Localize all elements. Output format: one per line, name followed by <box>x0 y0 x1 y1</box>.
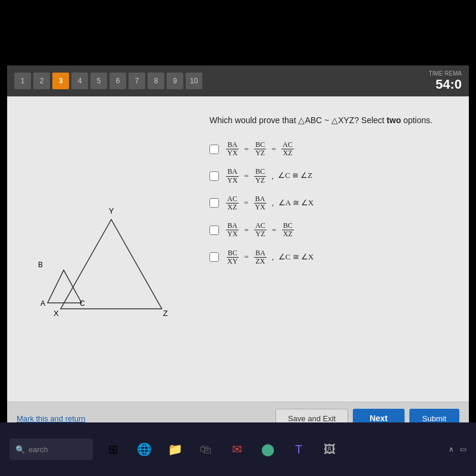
time-remaining: TIME REMA 54:0 <box>428 70 462 92</box>
checkbox-1[interactable] <box>209 145 219 154</box>
svg-text:Z: Z <box>163 309 168 318</box>
taskbar: 🔍 earch ⊞ 🌐 📁 🛍 ✉ ⬤ T 🖼 ∧ ▭ <box>0 422 476 476</box>
taskbar-right: ∧ ▭ <box>449 445 466 453</box>
triangle-diagram: Y X Z A C B <box>25 172 192 327</box>
checkbox-5[interactable] <box>209 252 219 262</box>
svg-marker-0 <box>61 220 162 309</box>
question-tabs: 1 2 3 4 5 6 7 8 9 10 <box>14 73 202 89</box>
search-icon: 🔍 <box>15 445 25 454</box>
content-area: Y X Z A C B Which would prove that △ABC … <box>7 96 469 402</box>
tab-9[interactable]: 9 <box>167 73 183 89</box>
svg-text:A: A <box>40 299 45 308</box>
checkbox-4[interactable] <box>209 226 219 235</box>
checkbox-3[interactable] <box>209 198 219 208</box>
option-4-label: BAYX = ACYZ = BCXZ <box>225 222 295 238</box>
options-list: BAYX = BCYZ = ACXZ BAYX = BCYZ , <box>209 141 457 265</box>
option-2[interactable]: BAYX = BCYZ , ∠C ≅ ∠Z <box>209 168 457 184</box>
svg-text:Y: Y <box>109 206 114 215</box>
time-value: 54:0 <box>428 77 462 92</box>
option-3-label: ACXZ = BAYX , ∠A ≅ ∠X <box>225 195 314 211</box>
taskbar-icon-mail[interactable]: ✉ <box>226 439 248 460</box>
tab-3[interactable]: 3 <box>52 73 69 89</box>
taskbar-icon-chrome[interactable]: ⬤ <box>257 439 278 460</box>
tab-8[interactable]: 8 <box>148 73 164 89</box>
taskbar-icon-edge[interactable]: 🌐 <box>133 439 155 460</box>
svg-marker-4 <box>48 270 82 303</box>
option-5[interactable]: BCXY = BAZX , ∠C ≅ ∠X <box>209 249 457 265</box>
taskbar-icon-windows[interactable]: ⊞ <box>102 439 124 460</box>
tab-5[interactable]: 5 <box>90 73 107 89</box>
tab-2[interactable]: 2 <box>33 73 50 89</box>
svg-text:X: X <box>54 309 59 318</box>
question-text: Which would prove that △ABC ~ △XYZ? Sele… <box>209 114 457 127</box>
tab-10[interactable]: 10 <box>186 73 202 89</box>
option-3[interactable]: ACXZ = BAYX , ∠A ≅ ∠X <box>209 195 457 211</box>
taskbar-icon-store[interactable]: 🛍 <box>195 439 217 460</box>
option-5-label: BCXY = BAZX , ∠C ≅ ∠X <box>225 249 314 265</box>
taskbar-icon-photos[interactable]: 🖼 <box>319 439 340 460</box>
tab-7[interactable]: 7 <box>129 73 145 89</box>
top-bar: 1 2 3 4 5 6 7 8 9 10 TIME REMA 54:0 <box>7 65 469 96</box>
tab-4[interactable]: 4 <box>71 73 88 89</box>
option-2-label: BAYX = BCYZ , ∠C ≅ ∠Z <box>225 168 312 184</box>
taskbar-search[interactable]: 🔍 earch <box>10 439 93 460</box>
taskbar-display-icon[interactable]: ▭ <box>460 445 466 453</box>
search-placeholder: earch <box>29 445 48 454</box>
time-label: TIME REMA <box>428 70 462 77</box>
tab-6[interactable]: 6 <box>109 73 126 89</box>
taskbar-chevron-up[interactable]: ∧ <box>449 445 454 453</box>
taskbar-icon-folder[interactable]: 📁 <box>164 439 186 460</box>
question-area: Which would prove that △ABC ~ △XYZ? Sele… <box>209 108 457 390</box>
option-4[interactable]: BAYX = ACYZ = BCXZ <box>209 222 457 238</box>
option-1[interactable]: BAYX = BCYZ = ACXZ <box>209 141 457 157</box>
main-screen: 1 2 3 4 5 6 7 8 9 10 TIME REMA 54:0 Y X <box>7 65 469 434</box>
svg-text:C: C <box>80 299 85 308</box>
svg-text:B: B <box>38 261 43 269</box>
diagram-area: Y X Z A C B <box>19 108 198 390</box>
taskbar-icon-teams[interactable]: T <box>288 439 309 460</box>
mark-return-link[interactable]: Mark this and return <box>17 414 86 423</box>
tab-1[interactable]: 1 <box>14 73 31 89</box>
option-1-label: BAYX = BCYZ = ACXZ <box>225 141 295 157</box>
checkbox-2[interactable] <box>209 171 219 181</box>
